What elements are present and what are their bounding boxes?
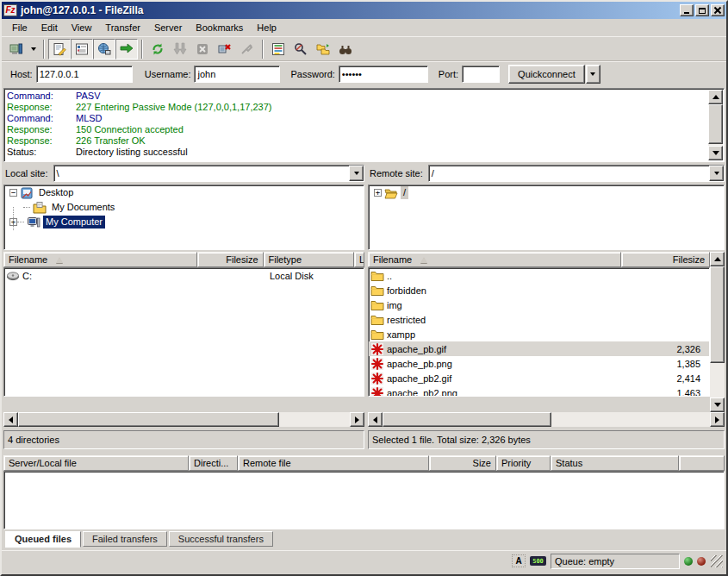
local-file-row[interactable]: C: Local Disk xyxy=(4,268,364,283)
menu-item[interactable]: View xyxy=(65,21,99,34)
close-icon xyxy=(714,7,721,14)
file-size: 2,414 xyxy=(620,373,709,384)
column-header-priority[interactable]: Priority xyxy=(496,455,551,471)
local-site-combo[interactable]: \ xyxy=(53,165,364,182)
tab-successful-transfers[interactable]: Successful transfers xyxy=(169,531,273,547)
quickconnect-button[interactable]: Quickconnect xyxy=(508,65,585,84)
remote-file-row[interactable]: apache_pb2.png 1,463 xyxy=(369,385,709,397)
site-manager-icon xyxy=(9,42,23,56)
port-input[interactable] xyxy=(462,66,500,83)
remote-pane: Remote site: / + / Filename Filesize xyxy=(368,164,725,449)
scroll-right-button[interactable] xyxy=(350,412,364,427)
remote-site-combo[interactable]: / xyxy=(428,165,725,182)
speed-limit-icon[interactable]: 500 xyxy=(530,556,546,566)
process-queue-button[interactable] xyxy=(169,39,191,59)
username-input[interactable] xyxy=(194,66,280,83)
scroll-left-button[interactable] xyxy=(3,412,18,427)
remote-file-row[interactable]: xampp xyxy=(369,327,709,341)
remote-horizontal-scrollbar[interactable] xyxy=(368,412,725,427)
site-manager-button[interactable] xyxy=(5,39,28,59)
file-name: apache_pb.png xyxy=(387,359,452,369)
scroll-right-button[interactable] xyxy=(710,412,725,427)
password-input[interactable] xyxy=(339,66,428,83)
site-manager-dropdown-button[interactable] xyxy=(28,39,40,59)
local-horizontal-scrollbar[interactable] xyxy=(3,412,364,427)
log-line-text: 226 Transfer OK xyxy=(76,135,146,147)
queue-header: Server/Local file Directi... Remote file… xyxy=(3,455,725,471)
toggle-message-log-button[interactable] xyxy=(48,39,71,59)
remote-file-row[interactable]: .. xyxy=(369,268,709,283)
tree-item-my-documents[interactable]: My Documents xyxy=(4,200,364,215)
scroll-up-button[interactable] xyxy=(710,252,725,266)
toggle-transfer-queue-button[interactable] xyxy=(115,39,138,59)
column-header-filesize[interactable]: Filesize xyxy=(197,252,264,267)
tab-queued-files[interactable]: Queued files xyxy=(5,531,81,548)
local-site-dropdown-button[interactable] xyxy=(349,166,364,181)
column-header-filename[interactable]: Filename xyxy=(3,252,197,267)
menu-item[interactable]: Server xyxy=(147,21,189,34)
remote-file-row[interactable]: apache_pb.png 1,385 xyxy=(369,356,709,371)
remote-vertical-scrollbar[interactable] xyxy=(710,266,725,412)
scroll-thumb[interactable] xyxy=(708,104,723,144)
column-header-size[interactable]: Size xyxy=(429,455,496,471)
minimize-button[interactable] xyxy=(680,4,694,16)
scroll-thumb[interactable] xyxy=(383,412,551,427)
tree-item-my-computer[interactable]: + My Computer xyxy=(4,215,364,229)
scroll-left-button[interactable] xyxy=(368,412,383,427)
toggle-local-tree-button[interactable] xyxy=(71,39,93,59)
expand-icon[interactable]: + xyxy=(374,189,382,197)
column-header-filetype[interactable]: Filetype xyxy=(264,252,355,267)
find-files-button[interactable] xyxy=(334,39,357,59)
synchronized-browsing-button[interactable] xyxy=(312,39,334,59)
remote-file-row[interactable]: img xyxy=(369,297,709,312)
column-header-remote-file[interactable]: Remote file xyxy=(238,455,429,471)
reconnect-button[interactable] xyxy=(236,39,258,59)
menu-item[interactable]: Help xyxy=(250,21,283,34)
filter-button[interactable] xyxy=(267,39,289,59)
tree-item-desktop[interactable]: − Desktop xyxy=(4,185,364,200)
file-type-icon xyxy=(370,269,384,283)
collapse-icon[interactable]: − xyxy=(9,189,17,197)
compare-button[interactable] xyxy=(289,39,312,59)
toggle-remote-tree-button[interactable] xyxy=(93,39,115,59)
resize-grip[interactable] xyxy=(711,555,723,567)
scroll-thumb[interactable] xyxy=(18,412,279,427)
refresh-button[interactable] xyxy=(146,39,169,59)
quickconnect-bar: Host: Username: Password: Port: Quickcon… xyxy=(2,60,726,86)
menu-item[interactable]: File xyxy=(5,21,34,34)
log-line: Response: 227 Entering Passive Mode (127… xyxy=(7,102,706,113)
remote-tree-icon xyxy=(97,42,111,56)
quickconnect-dropdown-button[interactable] xyxy=(586,65,600,84)
column-header-server-local-file[interactable]: Server/Local file xyxy=(3,455,189,471)
log-scrollbar[interactable] xyxy=(708,90,723,160)
remote-file-row[interactable]: forbidden xyxy=(369,283,709,297)
close-button[interactable] xyxy=(711,4,725,16)
compare-icon xyxy=(294,42,308,56)
remote-file-row[interactable]: apache_pb.gif 2,326 xyxy=(369,341,709,356)
cancel-button[interactable] xyxy=(191,39,214,59)
host-input[interactable] xyxy=(36,66,133,83)
scroll-down-button[interactable] xyxy=(708,146,723,160)
scroll-up-button[interactable] xyxy=(708,90,723,104)
message-log: Command: PASV Response: 227 Entering Pas… xyxy=(3,88,725,162)
file-name: .. xyxy=(387,271,392,281)
tree-item-root[interactable]: + / xyxy=(369,185,724,200)
scroll-down-button[interactable] xyxy=(710,398,725,412)
remote-file-row[interactable]: apache_pb2.gif 2,414 xyxy=(369,371,709,385)
column-header-lastmodified[interactable]: L xyxy=(354,252,364,267)
menu-item[interactable]: Transfer xyxy=(98,21,147,34)
title-bar[interactable]: Fz john@127.0.0.1 - FileZilla xyxy=(2,2,726,19)
maximize-button[interactable] xyxy=(695,4,709,16)
disconnect-button[interactable] xyxy=(214,39,236,59)
remote-site-dropdown-button[interactable] xyxy=(709,166,724,181)
column-header-status[interactable]: Status xyxy=(551,455,679,471)
menu-item[interactable]: Bookmarks xyxy=(189,21,250,34)
column-header-filesize[interactable]: Filesize xyxy=(621,252,711,267)
remote-file-row[interactable]: restricted xyxy=(369,312,709,327)
menu-item[interactable]: Edit xyxy=(34,21,65,34)
scroll-thumb[interactable] xyxy=(710,266,725,363)
transfer-type-icon[interactable]: A xyxy=(512,554,526,567)
column-header-filename[interactable]: Filename xyxy=(368,252,621,267)
tab-failed-transfers[interactable]: Failed transfers xyxy=(83,531,167,547)
column-header-direction[interactable]: Directi... xyxy=(189,455,238,471)
